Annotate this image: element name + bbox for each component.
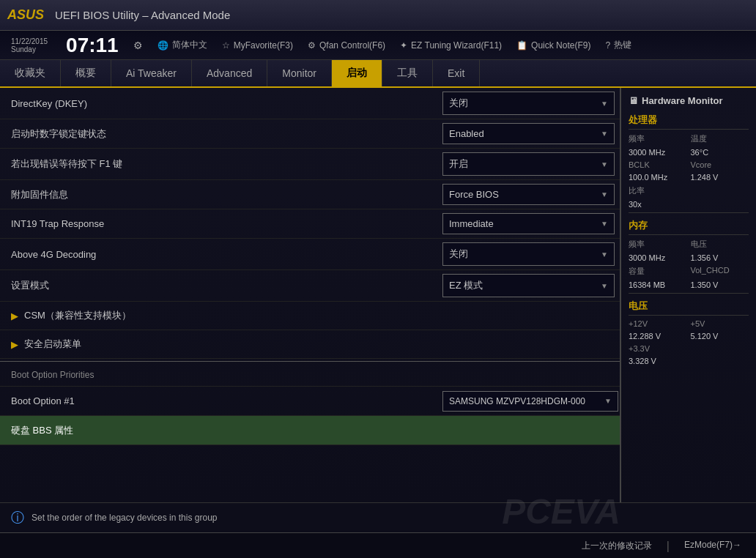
nav-tools[interactable]: 工具 <box>382 60 433 86</box>
v12-value: 12.288 V <box>629 332 687 341</box>
f1error-selected: 开启 <box>449 157 468 171</box>
header-bar: ASUS UEFI BIOS Utility – Advanced Mode <box>0 0 756 31</box>
mem-cap-value: 16384 MB <box>629 280 687 289</box>
firmware-value[interactable]: Force BIOS ▼ <box>437 180 620 209</box>
ratio-label: 比率 <box>629 185 687 196</box>
expand-icon: ▶ <box>11 310 18 321</box>
secureboot-label: 安全启动菜单 <box>24 338 81 351</box>
language-label: 简体中文 <box>172 39 207 51</box>
monitor-icon: 🖥 <box>629 95 638 106</box>
chevron-down-icon: ▼ <box>601 130 608 138</box>
expand-icon: ▶ <box>11 339 18 350</box>
globe-icon: 🌐 <box>158 40 168 51</box>
setupmode-row: 设置模式 EZ 模式 ▼ <box>0 270 620 302</box>
cpu-freq-label: 频率 <box>629 133 687 144</box>
voltage-section-title: 电压 <box>629 300 749 316</box>
myfavorite-button[interactable]: ☆ MyFavorite(F3) <box>222 40 293 51</box>
directkey-value[interactable]: 关闭 ▼ <box>437 88 620 119</box>
navbar: 收藏夹 概要 Ai Tweaker Advanced Monitor 启动 工具… <box>0 60 756 88</box>
numlock-selected: Enabled <box>449 128 484 139</box>
mem-grid: 频率 电压 3000 MHz 1.356 V 容量 Vol_CHCD 16384… <box>629 239 749 289</box>
myfavorite-label: MyFavorite(F3) <box>234 40 293 51</box>
asus-logo: ASUS <box>7 7 44 23</box>
eztuning-label: EZ Tuning Wizard(F11) <box>411 40 502 51</box>
firmware-label: 附加固件信息 <box>0 182 437 207</box>
voltage-grid: +12V +5V 12.288 V 5.120 V +3.3V 3.328 V <box>629 319 749 365</box>
nav-monitor[interactable]: Monitor <box>267 60 332 86</box>
boot-option1-dropdown[interactable]: SAMSUNG MZVPV128HDGM-000 ▼ <box>442 391 618 412</box>
v33-empty2 <box>691 357 749 365</box>
time-display: 07:11 <box>66 34 119 57</box>
boot-priorities-header: Boot Option Priorities <box>0 364 620 387</box>
nav-aitweaker[interactable]: Ai Tweaker <box>111 60 192 86</box>
quicknote-button[interactable]: 📋 Quick Note(F9) <box>516 40 590 51</box>
cpu-section-title: 处理器 <box>629 114 749 130</box>
f1error-value[interactable]: 开启 ▼ <box>437 149 620 179</box>
settings-icon[interactable]: ⚙ <box>133 40 143 51</box>
v33-empty <box>691 344 749 353</box>
last-change-button[interactable]: 上一次的修改记录 <box>582 540 652 553</box>
numlock-dropdown[interactable]: Enabled ▼ <box>442 123 615 144</box>
numlock-value[interactable]: Enabled ▼ <box>437 119 620 148</box>
secureboot-section[interactable]: ▶ 安全启动菜单 <box>0 330 620 359</box>
chevron-down-icon: ▼ <box>601 282 608 290</box>
date-display: 11/22/2015Sunday <box>11 37 48 53</box>
eztuning-button[interactable]: ✦ EZ Tuning Wizard(F11) <box>400 40 502 51</box>
firmware-dropdown[interactable]: Force BIOS ▼ <box>442 184 615 205</box>
vcore-value: 1.248 V <box>691 173 749 182</box>
int19-label: INT19 Trap Response <box>0 212 437 235</box>
nav-exit[interactable]: Exit <box>433 60 480 86</box>
chevron-down-icon: ▼ <box>601 100 608 108</box>
above4g-value[interactable]: 关闭 ▼ <box>437 239 620 269</box>
nav-advanced[interactable]: Advanced <box>192 60 267 86</box>
v5-label: +5V <box>691 319 749 328</box>
nav-favorites[interactable]: 收藏夹 <box>0 60 61 86</box>
cpu-temp-label: 温度 <box>691 133 749 144</box>
setupmode-dropdown[interactable]: EZ 模式 ▼ <box>442 274 615 297</box>
mem-freq-value: 3000 MHz <box>629 253 687 262</box>
hdd-bbs-row[interactable]: 硬盘 BBS 属性 <box>0 416 620 445</box>
fan-icon: ⚙ <box>308 40 316 51</box>
above4g-row: Above 4G Decoding 关闭 ▼ <box>0 239 620 270</box>
chevron-down-icon: ▼ <box>601 250 608 258</box>
footer-divider: | <box>667 540 670 553</box>
chevron-down-icon: ▼ <box>604 397 612 405</box>
hotkeys-label: 热键 <box>614 39 631 51</box>
setupmode-value[interactable]: EZ 模式 ▼ <box>437 270 620 301</box>
above4g-dropdown[interactable]: 关闭 ▼ <box>442 242 615 266</box>
csm-label: CSM（兼容性支持模块） <box>24 309 131 322</box>
csm-section[interactable]: ▶ CSM（兼容性支持模块） <box>0 302 620 330</box>
v33-value: 3.328 V <box>629 357 687 365</box>
hdd-bbs-label: 硬盘 BBS 属性 <box>0 418 620 443</box>
nav-boot[interactable]: 启动 <box>332 60 382 86</box>
settings-panel: DirectKey (DKEY) 关闭 ▼ 启动时数字锁定键状态 Enabled… <box>0 88 620 502</box>
boot-option1-row: Boot Option #1 SAMSUNG MZVPV128HDGM-000 … <box>0 387 620 416</box>
mem-section-title: 内存 <box>629 219 749 235</box>
boot-option1-value[interactable]: SAMSUNG MZVPV128HDGM-000 ▼ <box>437 387 620 415</box>
setupmode-selected: EZ 模式 <box>449 279 483 292</box>
v5-value: 5.120 V <box>691 332 749 341</box>
quicknote-label: Quick Note(F9) <box>531 40 590 51</box>
int19-dropdown[interactable]: Immediate ▼ <box>442 213 615 234</box>
cpu-temp-value: 36°C <box>691 148 749 157</box>
directkey-dropdown[interactable]: 关闭 ▼ <box>442 92 615 115</box>
app-title: UEFI BIOS Utility – Advanced Mode <box>55 9 230 21</box>
firmware-selected: Force BIOS <box>449 189 499 200</box>
directkey-selected: 关闭 <box>449 97 468 110</box>
hardware-monitor-panel: 🖥 Hardware Monitor 处理器 频率 温度 3000 MHz 36… <box>620 88 756 502</box>
qfan-button[interactable]: ⚙ Qfan Control(F6) <box>308 40 385 51</box>
ez-mode-button[interactable]: EzMode(F7)→ <box>684 540 741 553</box>
language-selector[interactable]: 🌐 简体中文 <box>158 39 207 51</box>
f1error-dropdown[interactable]: 开启 ▼ <box>442 152 615 176</box>
cpu-mem-divider <box>629 212 749 213</box>
f1error-label: 若出现错误等待按下 F1 键 <box>0 152 437 176</box>
toolbar: 11/22/2015Sunday 07:11 ⚙ 🌐 简体中文 ☆ MyFavo… <box>0 31 756 60</box>
int19-value[interactable]: Immediate ▼ <box>437 209 620 238</box>
info-text: Set the order of the legacy devices in t… <box>32 513 217 523</box>
hotkeys-button[interactable]: ? 热键 <box>605 39 631 51</box>
numlock-row: 启动时数字锁定键状态 Enabled ▼ <box>0 119 620 149</box>
info-bar: ⓘ Set the order of the legacy devices in… <box>0 502 756 532</box>
nav-overview[interactable]: 概要 <box>61 60 111 86</box>
chevron-down-icon: ▼ <box>601 160 608 168</box>
mem-freq-label: 频率 <box>629 239 687 250</box>
